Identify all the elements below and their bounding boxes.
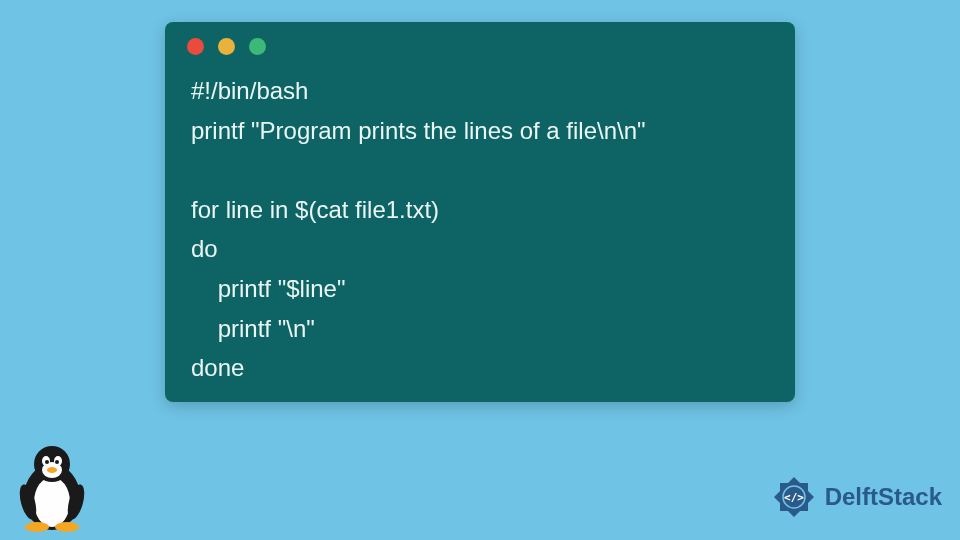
svg-point-10 (55, 522, 79, 532)
code-content: #!/bin/bash printf "Program prints the l… (165, 65, 795, 408)
traffic-lights (165, 22, 795, 65)
minimize-dot (218, 38, 235, 55)
svg-point-1 (34, 477, 70, 527)
svg-point-9 (25, 522, 49, 532)
code-window: #!/bin/bash printf "Program prints the l… (165, 22, 795, 402)
maximize-dot (249, 38, 266, 55)
brand: </> DelftStack (769, 472, 942, 522)
svg-text:</>: </> (784, 491, 804, 504)
close-dot (187, 38, 204, 55)
svg-point-6 (45, 460, 49, 464)
svg-point-7 (55, 460, 59, 464)
brand-logo-icon: </> (769, 472, 819, 522)
brand-name: DelftStack (825, 483, 942, 511)
tux-icon (12, 442, 92, 532)
svg-point-8 (47, 467, 57, 473)
